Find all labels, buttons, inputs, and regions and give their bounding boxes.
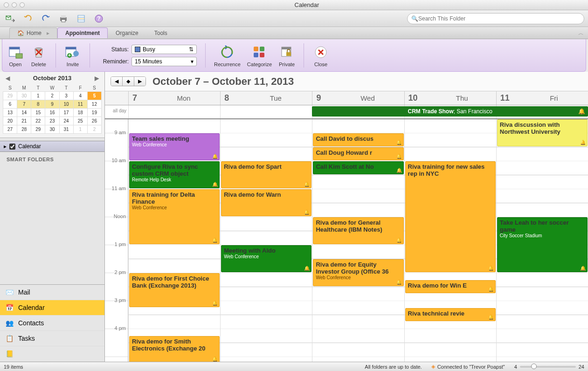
undo-button[interactable] bbox=[21, 12, 35, 25]
calendar-event[interactable]: Riva training for Delta FinanceWeb Confe… bbox=[129, 189, 220, 244]
calendar-event[interactable]: Team sales meetingWeb Conference🔔 bbox=[129, 133, 220, 160]
mini-cal-day[interactable]: 12 bbox=[87, 100, 101, 109]
calendar-event[interactable]: Riva technical revie🔔 bbox=[405, 308, 496, 321]
nav-mail[interactable]: ✉️Mail bbox=[0, 285, 104, 300]
calendar-event[interactable]: Call Doug Howard r🔔 bbox=[313, 147, 403, 160]
day-column[interactable]: Riva discussion with Northwest Universit… bbox=[496, 119, 588, 362]
mini-cal-day[interactable]: 1 bbox=[73, 125, 87, 134]
mini-cal-day[interactable]: 3 bbox=[59, 92, 73, 100]
folder-calendar-toggle[interactable]: ▸ Calendar bbox=[0, 141, 104, 152]
mini-cal-day[interactable]: 8 bbox=[31, 100, 45, 109]
search-box[interactable]: 🔍 bbox=[407, 13, 584, 24]
calendar-event[interactable]: Call Kim Scott at No🔔 bbox=[313, 161, 403, 174]
calendar-checkbox[interactable] bbox=[9, 144, 15, 150]
day-header[interactable]: 8Tue bbox=[220, 91, 312, 105]
mini-cal-day[interactable]: 30 bbox=[45, 125, 59, 134]
mini-cal-day[interactable]: 29 bbox=[31, 125, 45, 134]
calendar-event[interactable]: Riva training for new sales rep in NYC🔔 bbox=[405, 161, 496, 272]
mini-cal-day[interactable]: 24 bbox=[59, 117, 73, 125]
mini-cal-grid[interactable]: SMTWTFS 29301234567891011121314151617181… bbox=[3, 84, 102, 134]
calendar-event[interactable]: Meeting with AldoWeb Conference🔔 bbox=[221, 245, 311, 272]
mini-cal-prev-button[interactable]: ◀ bbox=[4, 75, 12, 82]
ribbon-recurrence-button[interactable]: Recurrence bbox=[214, 44, 241, 67]
calendar-event[interactable]: Riva demo for Win E🔔 bbox=[405, 280, 496, 293]
calendar-event[interactable]: Riva demo for Equity Investor Group (Off… bbox=[313, 259, 403, 286]
nav-calendar[interactable]: 📅Calendar bbox=[0, 300, 104, 316]
mini-cal-day[interactable]: 20 bbox=[3, 117, 17, 125]
cal-today-button[interactable]: ◆ bbox=[123, 77, 134, 86]
minimize-window-button[interactable] bbox=[12, 2, 17, 7]
close-window-button[interactable] bbox=[4, 2, 9, 7]
tab-organize[interactable]: Organize bbox=[108, 27, 146, 38]
search-input[interactable] bbox=[418, 15, 580, 22]
status-select[interactable]: Busy⇅ bbox=[131, 45, 197, 54]
help-button[interactable]: ? bbox=[92, 12, 105, 25]
mini-cal-day[interactable]: 31 bbox=[59, 125, 73, 134]
day-column[interactable]: Riva training for new sales rep in NYC🔔R… bbox=[404, 119, 496, 362]
mini-cal-day[interactable]: 6 bbox=[3, 100, 17, 109]
day-column[interactable]: Call David to discus🔔Call Doug Howard r🔔… bbox=[312, 119, 404, 362]
mini-cal-day[interactable]: 13 bbox=[3, 109, 17, 117]
mini-cal-day[interactable]: 4 bbox=[73, 92, 87, 100]
mini-cal-day[interactable]: 1 bbox=[31, 92, 45, 100]
send-receive-button[interactable] bbox=[4, 12, 17, 25]
redo-button[interactable] bbox=[39, 12, 52, 25]
mini-cal-day[interactable]: 11 bbox=[73, 100, 87, 109]
mini-cal-day[interactable]: 9 bbox=[45, 100, 59, 109]
day-header[interactable]: 7Mon bbox=[128, 91, 220, 105]
mini-cal-day[interactable]: 2 bbox=[87, 125, 101, 134]
mini-cal-day[interactable]: 29 bbox=[3, 92, 17, 100]
cal-next-button[interactable]: ▶ bbox=[134, 77, 145, 86]
reminder-select[interactable]: 15 Minutes▾ bbox=[131, 57, 197, 66]
mini-cal-day[interactable]: 25 bbox=[73, 117, 87, 125]
tab-appointment[interactable]: Appointment bbox=[57, 27, 108, 38]
calendar-event[interactable]: Take Leah to her soccer gameCity Soccer … bbox=[497, 217, 588, 272]
ribbon-private-button[interactable]: Private bbox=[278, 44, 295, 67]
mini-cal-day[interactable]: 5 bbox=[87, 92, 101, 100]
mini-cal-day[interactable]: 17 bbox=[59, 109, 73, 117]
calendar-event[interactable]: Riva demo for First Choice Bank (Exchang… bbox=[129, 273, 220, 307]
list-button[interactable] bbox=[75, 12, 88, 25]
calendar-event[interactable]: Riva discussion with Northwest Universit… bbox=[497, 119, 588, 146]
mini-cal-day[interactable]: 10 bbox=[59, 100, 73, 109]
ribbon-categorize-button[interactable]: Categorize bbox=[247, 44, 272, 67]
zoom-slider[interactable]: 4 24 bbox=[514, 364, 584, 370]
mini-cal-day[interactable]: 2 bbox=[45, 92, 59, 100]
allday-event[interactable]: CRM Trade Show; San Francisco 🔔 bbox=[312, 106, 588, 117]
mini-cal-next-button[interactable]: ▶ bbox=[93, 75, 101, 82]
mini-cal-day[interactable]: 28 bbox=[17, 125, 31, 134]
day-header[interactable]: 9Wed bbox=[312, 91, 404, 105]
mini-cal-day[interactable]: 15 bbox=[31, 109, 45, 117]
calendar-event[interactable]: Riva demo for Spart🔔 bbox=[221, 161, 311, 188]
calendar-event[interactable]: Riva demo for General Healthcare (IBM No… bbox=[313, 217, 403, 244]
nav-notes[interactable]: 📒 bbox=[0, 346, 104, 362]
mini-cal-day[interactable]: 14 bbox=[17, 109, 31, 117]
print-button[interactable] bbox=[57, 12, 70, 25]
zoom-window-button[interactable] bbox=[20, 2, 25, 7]
mini-cal-day[interactable]: 21 bbox=[17, 117, 31, 125]
nav-contacts[interactable]: 👥Contacts bbox=[0, 316, 104, 331]
ribbon-open-button[interactable]: Open bbox=[7, 44, 24, 67]
ribbon-collapse-button[interactable]: ︿ bbox=[574, 28, 588, 38]
calendar-event[interactable]: Riva demo for Smith Electronics (Exchang… bbox=[129, 336, 220, 362]
day-header[interactable]: 10Thu bbox=[404, 91, 496, 105]
mini-cal-day[interactable]: 18 bbox=[73, 109, 87, 117]
day-column[interactable]: Team sales meetingWeb Conference🔔Configu… bbox=[128, 119, 220, 362]
mini-cal-day[interactable]: 26 bbox=[87, 117, 101, 125]
zoom-thumb[interactable] bbox=[531, 364, 537, 369]
mini-cal-day[interactable]: 7 bbox=[17, 100, 31, 109]
ribbon-close-button[interactable]: Close bbox=[312, 44, 329, 67]
cal-prev-button[interactable]: ◀ bbox=[111, 77, 123, 86]
tab-home[interactable]: 🏠Home bbox=[9, 27, 57, 38]
mini-cal-day[interactable]: 27 bbox=[3, 125, 17, 134]
mini-cal-day[interactable]: 19 bbox=[87, 109, 101, 117]
mini-cal-day[interactable]: 22 bbox=[31, 117, 45, 125]
calendar-event[interactable]: Call David to discus🔔 bbox=[313, 133, 403, 146]
mini-cal-day[interactable]: 16 bbox=[45, 109, 59, 117]
tab-tools[interactable]: Tools bbox=[146, 27, 175, 38]
day-header[interactable]: 11Fri bbox=[496, 91, 588, 105]
calendar-event[interactable]: Configure Riva to sync custom CRM object… bbox=[129, 161, 220, 188]
mini-cal-day[interactable]: 23 bbox=[45, 117, 59, 125]
ribbon-delete-button[interactable]: Delete bbox=[30, 44, 47, 67]
mini-cal-day[interactable]: 30 bbox=[17, 92, 31, 100]
